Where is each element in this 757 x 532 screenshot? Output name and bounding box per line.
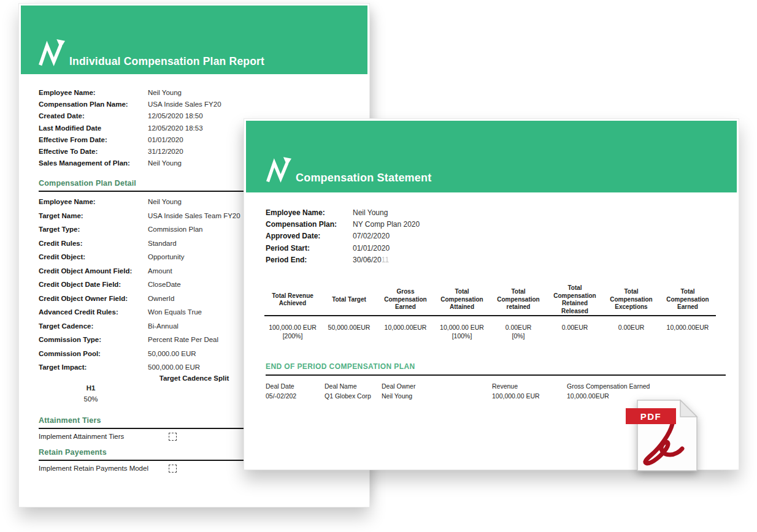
- field-label: Commission Type:: [39, 333, 148, 347]
- field-value: USA Inside Sales FY20: [148, 99, 350, 110]
- summary-value-cell: 50,000.00EUR: [321, 323, 377, 340]
- field-label: Credit Object:: [39, 250, 148, 264]
- summary-header-cell: Total Revenue Achieved: [264, 292, 321, 308]
- report-title: Individual Compensation Plan Report: [69, 55, 264, 68]
- cadence-column-h1: H1: [39, 384, 143, 392]
- summary-header-cell: Total Compensation Exceptions: [603, 288, 659, 311]
- summary-values-row: 100,000.00 EUR[200%] 50,000.00EUR 10,000…: [264, 316, 716, 340]
- info-row: Period End:30/06/2011: [266, 254, 717, 266]
- field-label: Target Type:: [39, 222, 148, 237]
- summary-header-cell: Total Compensation retained: [490, 288, 547, 311]
- compensation-summary-table: Total Revenue Achieved Total Target Gros…: [264, 284, 716, 340]
- info-row: Employee Name:Neil Young: [266, 207, 717, 219]
- field-label: Last Modified Date: [39, 123, 148, 134]
- statement-header-bar: Compensation Statement: [246, 121, 737, 192]
- statement-content: Employee Name:Neil Young Compensation Pl…: [244, 207, 739, 401]
- field-label: Target Name:: [39, 209, 148, 223]
- summary-sub-value: [200%]: [264, 332, 321, 340]
- summary-value: 50,000.00EUR: [321, 323, 377, 332]
- deal-cell: Deal OwnerNeil Young: [382, 381, 492, 401]
- summary-header-cell: Total Compensation Retained Released: [547, 284, 603, 315]
- screenshot-canvas: Individual Compensation Plan Report Empl…: [0, 0, 757, 532]
- deal-cell: Revenue100,000.00 EUR: [492, 381, 567, 401]
- field-label: Effective From Date:: [39, 134, 148, 146]
- summary-value-cell: 10,000.00 EUR[100%]: [434, 323, 490, 340]
- summary-header-cell: Total Compensation Earned: [659, 288, 716, 311]
- deal-value: 100,000.00 EUR: [492, 391, 567, 401]
- info-row: Compensation Plan Name:USA Inside Sales …: [39, 99, 350, 110]
- info-row: Employee Name:Neil Young: [39, 87, 350, 99]
- field-value: Neil Young: [353, 207, 717, 219]
- field-label: Compensation Plan:: [266, 219, 353, 230]
- summary-value: 0.00EUR: [490, 323, 547, 332]
- statement-info-block: Employee Name:Neil Young Compensation Pl…: [266, 207, 717, 266]
- summary-header-cell: Total Target: [321, 296, 377, 304]
- summary-value-cell: 0.00EUR[0%]: [490, 323, 547, 340]
- summary-value: 10,000.00 EUR: [434, 323, 490, 332]
- field-label: Employee Name:: [39, 87, 148, 99]
- summary-value-cell: 0.00EUR: [603, 323, 659, 340]
- field-label: Compensation Plan Name:: [39, 99, 148, 110]
- field-label: Target Cadence:: [39, 319, 148, 333]
- summary-sub-value: [0%]: [490, 332, 547, 340]
- summary-value-cell: 10,000.00EUR: [377, 323, 434, 340]
- summary-value-cell: 10,000.00EUR: [659, 323, 716, 340]
- field-label: Target Impact:: [39, 360, 148, 374]
- summary-header-cell: Gross Compensation Earned: [377, 288, 434, 311]
- field-value: Neil Young: [148, 87, 350, 99]
- pdf-file-icon[interactable]: PDF: [626, 398, 701, 473]
- field-value: 01/01/2020: [353, 243, 717, 254]
- deal-value: Q1 Globex Corp: [325, 391, 382, 401]
- trend-arrow-icon: [38, 39, 65, 68]
- attainment-checkbox[interactable]: [169, 433, 177, 441]
- deal-value: Neil Young: [382, 391, 492, 401]
- summary-header-row: Total Revenue Achieved Total Target Gros…: [264, 284, 716, 316]
- field-label: Sales Management of Plan:: [39, 158, 148, 169]
- statement-title: Compensation Statement: [296, 172, 431, 184]
- end-of-period-section: END OF PERIOD COMPENSATION PLAN Deal Dat…: [266, 362, 726, 401]
- deal-cell: Deal Date05/-02/202: [266, 381, 325, 401]
- field-label: Commission Pool:: [39, 347, 148, 361]
- field-label: Credit Rules:: [39, 237, 148, 251]
- summary-value: 0.00EUR: [547, 323, 603, 332]
- period-end-value: 30/06/20: [353, 256, 382, 264]
- field-label: Approved Date:: [266, 230, 353, 242]
- summary-value-cell: 0.00EUR: [547, 323, 603, 340]
- field-value: 07/02/2020: [353, 230, 717, 242]
- report-header-bar: Individual Compensation Plan Report: [21, 6, 367, 74]
- deal-header: Gross Compensation Earned: [567, 381, 726, 391]
- deal-cell: Deal NameQ1 Globex Corp: [325, 381, 382, 401]
- deal-value: 05/-02/202: [266, 391, 325, 401]
- cadence-value: 50%: [39, 395, 143, 403]
- field-label: Advanced Credit Rules:: [39, 305, 148, 319]
- field-label: Created Date:: [39, 110, 148, 122]
- deal-header: Deal Owner: [382, 381, 492, 391]
- summary-value-cell: 100,000.00 EUR[200%]: [264, 323, 321, 340]
- field-label: Credit Object Owner Field:: [39, 292, 148, 306]
- summary-header-cell: Total Compensation Attained: [434, 288, 490, 311]
- field-value: 30/06/2011: [353, 254, 717, 266]
- trend-arrow-icon: [266, 156, 291, 184]
- info-row: Period Start:01/01/2020: [266, 243, 717, 254]
- summary-value: 10,000.00EUR: [659, 323, 716, 332]
- field-label: Credit Object Amount Field:: [39, 264, 148, 278]
- field-value: NY Comp Plan 2020: [353, 219, 717, 230]
- summary-value: 100,000.00 EUR: [264, 323, 321, 332]
- summary-sub-value: [100%]: [434, 332, 490, 340]
- field-label: Employee Name:: [39, 195, 148, 209]
- deal-header: Deal Date: [266, 381, 325, 391]
- info-row: Approved Date:07/02/2020: [266, 230, 717, 242]
- retain-row-label: Implement Retain Payments Model: [39, 465, 169, 472]
- pdf-badge-label: PDF: [626, 408, 676, 424]
- summary-value: 10,000.00EUR: [377, 323, 434, 332]
- field-label: Period End:: [266, 254, 353, 266]
- field-label: Effective To Date:: [39, 146, 148, 158]
- retain-checkbox[interactable]: [169, 465, 177, 473]
- field-label: Period Start:: [266, 243, 353, 254]
- deal-header: Deal Name: [325, 381, 382, 391]
- period-end-faint-digits: 11: [382, 256, 389, 264]
- attainment-row-label: Implement Attainment Tiers: [39, 433, 169, 440]
- end-of-period-title: END OF PERIOD COMPENSATION PLAN: [266, 362, 726, 376]
- summary-value: 0.00EUR: [603, 323, 659, 332]
- field-label: Credit Object Date Field:: [39, 278, 148, 292]
